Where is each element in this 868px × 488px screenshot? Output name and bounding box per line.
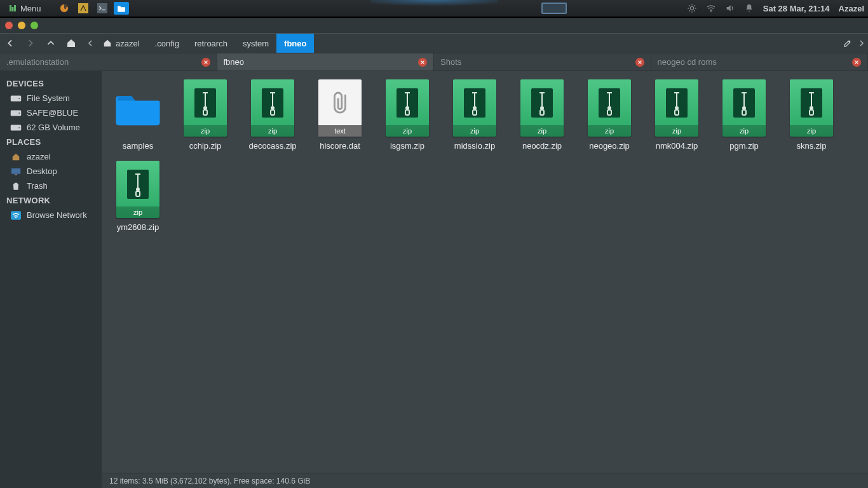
- tab-fbneo[interactable]: fbneo: [217, 53, 435, 71]
- tab-label: Shots: [440, 57, 630, 67]
- file-neocdz-zip[interactable]: zipneocdz.zip: [508, 78, 576, 159]
- crumb-scroll-left[interactable]: [85, 34, 95, 53]
- file-cchip-zip[interactable]: zipcchip.zip: [172, 78, 239, 159]
- file-label: midssio.zip: [454, 141, 495, 151]
- user-menu[interactable]: Azazel: [839, 4, 864, 13]
- tab-shots[interactable]: Shots: [434, 53, 651, 71]
- taskbar-app-editor[interactable]: [76, 2, 91, 15]
- tab-label: neogeo cd roms: [658, 57, 848, 67]
- system-menubar: Menu Sat 28 Mar, 21:14 Azazel: [0, 0, 868, 17]
- tab-neogeo-cd-roms[interactable]: neogeo cd roms: [651, 53, 869, 71]
- tab-close[interactable]: [201, 58, 210, 67]
- wifi-icon[interactable]: [706, 3, 716, 13]
- sidebar-item-file-system[interactable]: File System: [0, 91, 102, 105]
- taskbar-app-firefox[interactable]: [57, 2, 72, 15]
- svg-point-17: [18, 97, 20, 98]
- tab-label: .emulationstation: [6, 57, 196, 67]
- drive-icon: [10, 123, 22, 132]
- crumb-retroarch[interactable]: retroarch: [187, 34, 235, 53]
- sidebar-item-azazel[interactable]: azazel: [0, 149, 102, 164]
- toolbar: azazel .config retroarch system fbneo: [0, 33, 868, 53]
- sidebar-item-trash[interactable]: Trash: [0, 179, 102, 193]
- svg-rect-5: [97, 3, 107, 13]
- status-text: 12 items: 3.5 MiB (3,672,102 bytes), Fre…: [109, 477, 310, 485]
- crumb-scroll-right[interactable]: [857, 40, 867, 46]
- edit-path-button[interactable]: [840, 33, 855, 53]
- network-icon: [10, 211, 22, 220]
- text-icon: text: [317, 79, 363, 137]
- menu-button[interactable]: Menu: [4, 3, 46, 15]
- sidebar-header: NETWORK: [0, 193, 102, 208]
- tab-close[interactable]: [418, 58, 427, 67]
- file-label: skns.zip: [797, 141, 827, 151]
- titlebar[interactable]: [0, 18, 868, 33]
- file-label: hiscore.dat: [320, 141, 360, 151]
- sidebar-item-desktop[interactable]: Desktop: [0, 164, 102, 179]
- sidebar-item-browse-network[interactable]: Browse Network: [0, 208, 102, 222]
- svg-line-11: [689, 5, 689, 6]
- crumb-system[interactable]: system: [235, 34, 276, 53]
- zip-icon: zip: [452, 79, 498, 137]
- svg-point-26: [15, 217, 17, 218]
- window-close[interactable]: [5, 22, 13, 29]
- menu-label: Menu: [20, 4, 41, 13]
- file-isgsm-zip[interactable]: zipisgsm.zip: [374, 78, 441, 159]
- settings-icon[interactable]: [687, 3, 697, 13]
- home-icon: [103, 39, 112, 48]
- workspace-1[interactable]: [541, 3, 567, 14]
- zip-icon: zip: [384, 79, 430, 137]
- sidebar-header: PLACES: [0, 135, 102, 149]
- nav-back[interactable]: [0, 33, 20, 53]
- file-skns-zip[interactable]: zipskns.zip: [778, 78, 845, 159]
- file-decocass-zip[interactable]: zipdecocass.zip: [239, 78, 306, 159]
- svg-line-14: [694, 5, 695, 6]
- sidebar-item-62-gb-volume[interactable]: 62 GB Volume: [0, 120, 102, 135]
- file-label: pgm.zip: [729, 141, 759, 151]
- file-label: nmk004.zip: [656, 141, 698, 151]
- crumb-config[interactable]: .config: [147, 34, 187, 53]
- file-label: isgsm.zip: [390, 141, 424, 151]
- file-neogeo-zip[interactable]: zipneogeo.zip: [576, 78, 643, 159]
- window-maximize[interactable]: [31, 22, 38, 29]
- file-nmk004-zip[interactable]: zipnmk004.zip: [643, 78, 710, 159]
- tab-close[interactable]: [852, 58, 861, 67]
- drive-icon: [10, 109, 22, 118]
- tab-label: fbneo: [224, 57, 414, 67]
- zip-icon: zip: [182, 79, 228, 137]
- svg-rect-4: [78, 3, 88, 13]
- file-label: samples: [123, 141, 153, 151]
- file-manager-window: azazel .config retroarch system fbneo .e…: [0, 17, 868, 488]
- folder-icon: [115, 79, 161, 137]
- file-label: neocdz.zip: [522, 141, 562, 151]
- file-pgm-zip[interactable]: zippgm.zip: [710, 78, 778, 159]
- file-midssio-zip[interactable]: zipmidssio.zip: [441, 78, 508, 159]
- nav-up[interactable]: [41, 33, 61, 53]
- tab--emulationstation[interactable]: .emulationstation: [0, 53, 217, 71]
- sidebar-item-safe-blue[interactable]: SAFE@BLUE: [0, 105, 102, 120]
- taskbar-app-files[interactable]: [114, 2, 129, 15]
- zip-icon: zip: [721, 79, 767, 137]
- sidebar-item-label: SAFE@BLUE: [27, 108, 78, 118]
- volume-icon[interactable]: [725, 3, 735, 13]
- clock[interactable]: Sat 28 Mar, 21:14: [763, 4, 830, 13]
- home-icon: [10, 152, 22, 161]
- status-bar: 12 items: 3.5 MiB (3,672,102 bytes), Fre…: [102, 473, 868, 488]
- taskbar-app-terminal[interactable]: [95, 2, 110, 15]
- svg-point-6: [690, 6, 693, 10]
- drive-icon: [10, 94, 22, 103]
- file-grid[interactable]: sampleszipcchip.zipzipdecocass.ziptexthi…: [102, 71, 868, 473]
- crumb-fbneo[interactable]: fbneo: [276, 34, 314, 53]
- window-minimize[interactable]: [18, 22, 25, 29]
- file-hiscore-dat[interactable]: texthiscore.dat: [306, 78, 374, 159]
- nav-home[interactable]: [61, 33, 81, 53]
- tab-close[interactable]: [635, 58, 644, 67]
- crumb-azazel[interactable]: azazel: [95, 34, 147, 53]
- sidebar-item-label: Desktop: [27, 166, 57, 176]
- sidebar-item-label: azazel: [27, 152, 51, 161]
- file-samples[interactable]: samples: [104, 78, 172, 159]
- file-label: ym2608.zip: [117, 222, 159, 232]
- nav-forward[interactable]: [20, 33, 41, 53]
- file-ym2608-zip[interactable]: zipym2608.zip: [104, 159, 172, 240]
- file-label: cchip.zip: [189, 141, 222, 151]
- notification-icon[interactable]: [744, 3, 754, 13]
